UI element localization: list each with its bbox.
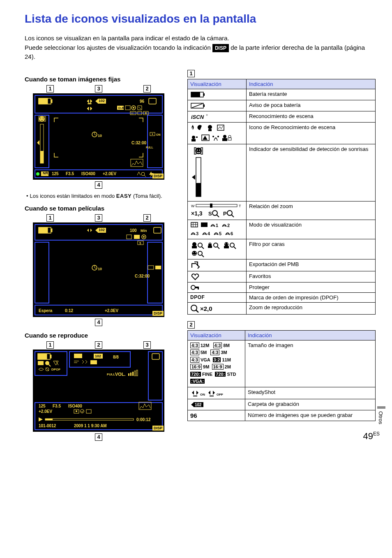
svg-rect-51 — [74, 354, 82, 358]
svg-point-125 — [224, 242, 228, 246]
svg-rect-126 — [224, 246, 229, 248]
svg-rect-46 — [38, 361, 44, 365]
section-label-1: 1 — [187, 70, 195, 77]
svg-rect-85 — [222, 138, 227, 141]
intro-text: Los iconos se visualizan en la pantalla … — [25, 34, 376, 62]
rec-folder-icon: 102 — [188, 399, 245, 410]
side-tab: Otros — [378, 411, 384, 424]
face-filter-icon — [188, 239, 247, 259]
svg-point-75 — [208, 125, 212, 129]
svg-rect-1 — [39, 98, 48, 104]
svg-line-124 — [217, 247, 219, 249]
callout-4: 4 — [95, 181, 102, 189]
scene-recognition-icon: iSCN+ — [188, 111, 247, 122]
svg-rect-57 — [132, 372, 134, 376]
svg-rect-110 — [201, 222, 208, 227]
svg-rect-7 — [125, 106, 130, 110]
svg-rect-79 — [191, 139, 196, 141]
svg-point-123 — [214, 243, 218, 247]
note-easy: • Los iconos están limitados en modo EAS… — [25, 193, 173, 199]
svg-point-28 — [141, 172, 145, 176]
svg-point-90 — [199, 149, 201, 150]
svg-rect-36 — [134, 235, 140, 239]
svg-rect-122 — [208, 245, 212, 248]
svg-point-24 — [152, 133, 153, 134]
svg-rect-21 — [40, 151, 44, 163]
svg-text:iSCN: iSCN — [191, 114, 204, 120]
svg-rect-12 — [138, 111, 142, 115]
svg-text:×1,3: ×1,3 — [191, 210, 203, 217]
play-zoom-icon: ×2,0 — [188, 302, 247, 314]
svg-rect-97 — [196, 204, 237, 207]
svg-rect-44 — [38, 354, 47, 359]
svg-rect-56 — [130, 373, 131, 376]
svg-rect-59 — [136, 370, 138, 376]
svg-point-9 — [133, 107, 134, 109]
callout-row-movie: 1 3 2 — [25, 214, 173, 222]
svg-rect-142 — [193, 396, 197, 396]
svg-point-119 — [198, 243, 202, 247]
svg-point-128 — [227, 243, 228, 244]
svg-point-89 — [197, 149, 198, 150]
svg-rect-31 — [39, 227, 48, 233]
svg-point-86 — [228, 135, 231, 138]
svg-point-134 — [198, 251, 202, 255]
svg-rect-68 — [191, 92, 200, 97]
svg-point-84 — [223, 135, 226, 138]
svg-text:+: + — [206, 113, 208, 117]
svg-rect-32 — [51, 229, 52, 232]
svg-point-62 — [76, 410, 77, 412]
low-battery-icon — [188, 100, 247, 111]
svg-text:2: 2 — [227, 223, 230, 228]
callout-1: 1 — [46, 85, 54, 93]
svg-point-136 — [191, 285, 195, 289]
svg-text:3: 3 — [196, 231, 198, 236]
svg-rect-41 — [148, 266, 154, 269]
svg-text:P: P — [223, 211, 227, 217]
svg-line-130 — [234, 247, 236, 249]
svg-point-26 — [36, 172, 39, 176]
svg-line-135 — [202, 255, 204, 257]
svg-text:T: T — [239, 204, 241, 208]
svg-rect-66 — [45, 419, 53, 420]
svg-rect-138 — [198, 287, 199, 289]
pmb-export-icon — [188, 259, 247, 271]
svg-text:6: 6 — [231, 231, 233, 236]
svg-rect-53 — [90, 360, 97, 364]
svg-point-82 — [212, 136, 214, 137]
svg-rect-34 — [154, 227, 161, 233]
lcd-movie: 102 100 Min 5 10 C:32:00 Espera 0:12 +2.… — [33, 222, 164, 317]
svg-point-129 — [230, 243, 234, 247]
view-mode-icon: 1 2 3 4 5 6 — [188, 220, 247, 239]
favorites-icon — [188, 271, 247, 282]
lcd-fixed: V↑ — [33, 93, 164, 180]
svg-rect-72 — [203, 104, 205, 107]
svg-rect-87 — [228, 138, 231, 140]
svg-line-105 — [231, 215, 234, 217]
image-size-icon: 4:3 12M 4:3 8M 4:3 5M 4:3 3M 4:3 VGA 3:2… — [188, 340, 245, 387]
scene-icons — [188, 122, 247, 144]
callout-2: 2 — [143, 85, 151, 93]
svg-rect-55 — [128, 373, 129, 376]
svg-point-78 — [192, 136, 195, 139]
callout-row-play: 1 2 3 — [25, 341, 173, 349]
svg-rect-98 — [210, 204, 212, 208]
svg-rect-76 — [208, 129, 212, 131]
steadyshot-icon: ON OFF — [188, 387, 245, 399]
svg-point-83 — [217, 136, 219, 137]
svg-line-71 — [192, 104, 203, 108]
svg-point-117 — [192, 242, 196, 246]
svg-line-140 — [196, 310, 198, 313]
svg-rect-58 — [134, 371, 136, 376]
svg-line-48 — [48, 364, 51, 366]
disp-badge: DISP — [212, 44, 229, 52]
svg-rect-69 — [203, 93, 205, 96]
svg-text:1: 1 — [216, 223, 218, 228]
svg-rect-65 — [45, 419, 134, 420]
svg-rect-144 — [210, 396, 214, 396]
svg-rect-45 — [50, 355, 51, 358]
svg-point-38 — [143, 236, 145, 238]
callout-3: 3 — [95, 85, 102, 93]
svg-rect-54 — [152, 354, 159, 359]
svg-text:5: 5 — [219, 231, 221, 236]
